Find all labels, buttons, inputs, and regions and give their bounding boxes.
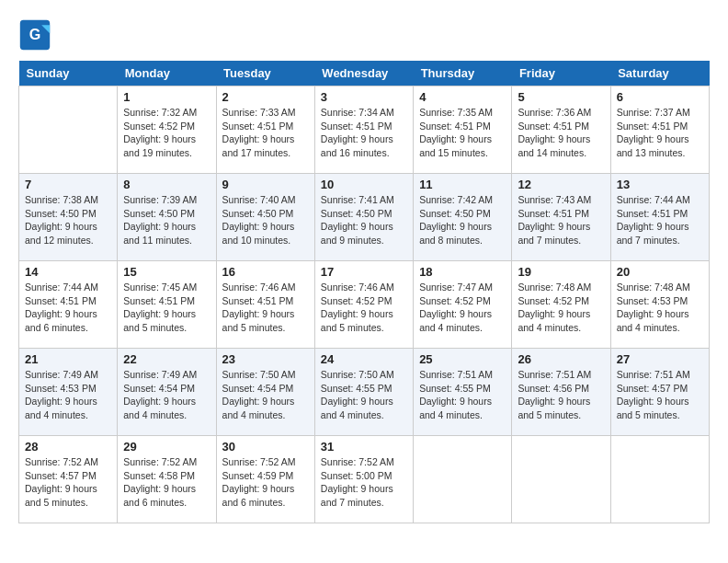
cell-info: Sunrise: 7:41 AM Sunset: 4:50 PM Dayligh… — [321, 193, 407, 247]
calendar-cell — [610, 436, 709, 523]
calendar-cell: 30Sunrise: 7:52 AM Sunset: 4:59 PM Dayli… — [216, 436, 314, 523]
day-number: 25 — [419, 352, 506, 366]
calendar-cell: 19Sunrise: 7:48 AM Sunset: 4:52 PM Dayli… — [512, 261, 610, 349]
logo: G — [18, 18, 55, 52]
calendar-cell: 6Sunrise: 7:37 AM Sunset: 4:51 PM Daylig… — [610, 86, 709, 174]
calendar-cell: 29Sunrise: 7:52 AM Sunset: 4:58 PM Dayli… — [118, 436, 216, 523]
day-header-sunday: Sunday — [19, 61, 118, 86]
cell-info: Sunrise: 7:34 AM Sunset: 4:51 PM Dayligh… — [321, 106, 407, 160]
calendar-cell: 11Sunrise: 7:42 AM Sunset: 4:50 PM Dayli… — [414, 174, 512, 261]
calendar-cell: 20Sunrise: 7:48 AM Sunset: 4:53 PM Dayli… — [610, 261, 709, 349]
cell-info: Sunrise: 7:48 AM Sunset: 4:52 PM Dayligh… — [518, 281, 604, 335]
day-number: 17 — [321, 265, 407, 279]
calendar-cell: 25Sunrise: 7:51 AM Sunset: 4:55 PM Dayli… — [414, 349, 512, 436]
day-number: 18 — [419, 265, 506, 279]
calendar-cell — [19, 86, 118, 174]
cell-info: Sunrise: 7:44 AM Sunset: 4:51 PM Dayligh… — [25, 281, 111, 335]
calendar-cell: 27Sunrise: 7:51 AM Sunset: 4:57 PM Dayli… — [610, 349, 709, 436]
day-number: 15 — [123, 265, 210, 279]
cell-info: Sunrise: 7:47 AM Sunset: 4:52 PM Dayligh… — [419, 281, 506, 335]
day-number: 12 — [518, 178, 604, 191]
cell-info: Sunrise: 7:43 AM Sunset: 4:51 PM Dayligh… — [518, 193, 604, 247]
day-number: 26 — [518, 352, 604, 366]
cell-info: Sunrise: 7:51 AM Sunset: 4:56 PM Dayligh… — [518, 368, 604, 422]
cell-info: Sunrise: 7:46 AM Sunset: 4:52 PM Dayligh… — [321, 281, 407, 335]
day-header-thursday: Thursday — [414, 61, 512, 86]
day-number: 24 — [321, 352, 407, 366]
day-number: 8 — [123, 178, 210, 191]
day-number: 1 — [123, 90, 210, 104]
calendar-cell — [414, 436, 512, 523]
day-number: 10 — [321, 178, 407, 191]
cell-info: Sunrise: 7:52 AM Sunset: 4:59 PM Dayligh… — [222, 455, 309, 510]
calendar-cell — [512, 436, 610, 523]
calendar-week-4: 21Sunrise: 7:49 AM Sunset: 4:53 PM Dayli… — [19, 349, 710, 436]
day-header-tuesday: Tuesday — [216, 61, 314, 86]
day-header-saturday: Saturday — [610, 61, 709, 86]
cell-info: Sunrise: 7:37 AM Sunset: 4:51 PM Dayligh… — [617, 106, 703, 160]
calendar-cell: 17Sunrise: 7:46 AM Sunset: 4:52 PM Dayli… — [314, 261, 413, 349]
day-number: 7 — [25, 178, 111, 191]
calendar-cell: 7Sunrise: 7:38 AM Sunset: 4:50 PM Daylig… — [19, 174, 118, 261]
calendar-cell: 9Sunrise: 7:40 AM Sunset: 4:50 PM Daylig… — [216, 174, 314, 261]
calendar-cell: 5Sunrise: 7:36 AM Sunset: 4:51 PM Daylig… — [512, 86, 610, 174]
calendar-cell: 28Sunrise: 7:52 AM Sunset: 4:57 PM Dayli… — [19, 436, 118, 523]
day-number: 14 — [25, 265, 111, 279]
cell-info: Sunrise: 7:36 AM Sunset: 4:51 PM Dayligh… — [518, 106, 604, 160]
cell-info: Sunrise: 7:45 AM Sunset: 4:51 PM Dayligh… — [123, 281, 210, 335]
calendar-week-3: 14Sunrise: 7:44 AM Sunset: 4:51 PM Dayli… — [19, 261, 710, 349]
calendar-cell: 2Sunrise: 7:33 AM Sunset: 4:51 PM Daylig… — [216, 86, 314, 174]
calendar-cell: 13Sunrise: 7:44 AM Sunset: 4:51 PM Dayli… — [610, 174, 709, 261]
day-number: 6 — [617, 90, 703, 104]
cell-info: Sunrise: 7:52 AM Sunset: 4:57 PM Dayligh… — [25, 455, 111, 510]
cell-info: Sunrise: 7:35 AM Sunset: 4:51 PM Dayligh… — [419, 106, 506, 160]
cell-info: Sunrise: 7:51 AM Sunset: 4:55 PM Dayligh… — [419, 368, 506, 422]
calendar-week-2: 7Sunrise: 7:38 AM Sunset: 4:50 PM Daylig… — [19, 174, 710, 261]
cell-info: Sunrise: 7:44 AM Sunset: 4:51 PM Dayligh… — [617, 193, 703, 247]
cell-info: Sunrise: 7:38 AM Sunset: 4:50 PM Dayligh… — [25, 193, 111, 247]
calendar-cell: 16Sunrise: 7:46 AM Sunset: 4:51 PM Dayli… — [216, 261, 314, 349]
cell-info: Sunrise: 7:42 AM Sunset: 4:50 PM Dayligh… — [419, 193, 506, 247]
cell-info: Sunrise: 7:52 AM Sunset: 5:00 PM Dayligh… — [321, 455, 407, 510]
calendar-cell: 8Sunrise: 7:39 AM Sunset: 4:50 PM Daylig… — [118, 174, 216, 261]
calendar-table: SundayMondayTuesdayWednesdayThursdayFrid… — [18, 61, 710, 523]
calendar-cell: 18Sunrise: 7:47 AM Sunset: 4:52 PM Dayli… — [414, 261, 512, 349]
cell-info: Sunrise: 7:40 AM Sunset: 4:50 PM Dayligh… — [222, 193, 309, 247]
calendar-cell: 26Sunrise: 7:51 AM Sunset: 4:56 PM Dayli… — [512, 349, 610, 436]
day-number: 29 — [123, 440, 210, 454]
calendar-cell: 15Sunrise: 7:45 AM Sunset: 4:51 PM Dayli… — [118, 261, 216, 349]
calendar-cell: 10Sunrise: 7:41 AM Sunset: 4:50 PM Dayli… — [314, 174, 413, 261]
day-number: 3 — [321, 90, 407, 104]
cell-info: Sunrise: 7:49 AM Sunset: 4:53 PM Dayligh… — [25, 368, 111, 422]
day-number: 2 — [222, 90, 309, 104]
cell-info: Sunrise: 7:39 AM Sunset: 4:50 PM Dayligh… — [123, 193, 210, 247]
day-header-friday: Friday — [512, 61, 610, 86]
day-number: 20 — [617, 265, 703, 279]
calendar-cell: 24Sunrise: 7:50 AM Sunset: 4:55 PM Dayli… — [314, 349, 413, 436]
calendar-cell: 4Sunrise: 7:35 AM Sunset: 4:51 PM Daylig… — [414, 86, 512, 174]
day-header-wednesday: Wednesday — [314, 61, 413, 86]
day-header-monday: Monday — [118, 61, 216, 86]
calendar-cell: 1Sunrise: 7:32 AM Sunset: 4:52 PM Daylig… — [118, 86, 216, 174]
cell-info: Sunrise: 7:32 AM Sunset: 4:52 PM Dayligh… — [123, 106, 210, 160]
logo-icon: G — [18, 18, 51, 52]
day-number: 27 — [617, 352, 703, 366]
calendar-cell: 23Sunrise: 7:50 AM Sunset: 4:54 PM Dayli… — [216, 349, 314, 436]
day-number: 5 — [518, 90, 604, 104]
calendar-cell: 3Sunrise: 7:34 AM Sunset: 4:51 PM Daylig… — [314, 86, 413, 174]
cell-info: Sunrise: 7:50 AM Sunset: 4:55 PM Dayligh… — [321, 368, 407, 422]
cell-info: Sunrise: 7:48 AM Sunset: 4:53 PM Dayligh… — [617, 281, 703, 335]
cell-info: Sunrise: 7:49 AM Sunset: 4:54 PM Dayligh… — [123, 368, 210, 422]
day-number: 22 — [123, 352, 210, 366]
day-number: 31 — [321, 440, 407, 454]
cell-info: Sunrise: 7:51 AM Sunset: 4:57 PM Dayligh… — [617, 368, 703, 422]
day-number: 19 — [518, 265, 604, 279]
day-number: 11 — [419, 178, 506, 191]
cell-info: Sunrise: 7:50 AM Sunset: 4:54 PM Dayligh… — [222, 368, 309, 422]
day-number: 28 — [25, 440, 111, 454]
day-number: 4 — [419, 90, 506, 104]
header: G — [18, 18, 710, 52]
calendar-week-5: 28Sunrise: 7:52 AM Sunset: 4:57 PM Dayli… — [19, 436, 710, 523]
day-number: 23 — [222, 352, 309, 366]
svg-text:G: G — [29, 26, 41, 42]
